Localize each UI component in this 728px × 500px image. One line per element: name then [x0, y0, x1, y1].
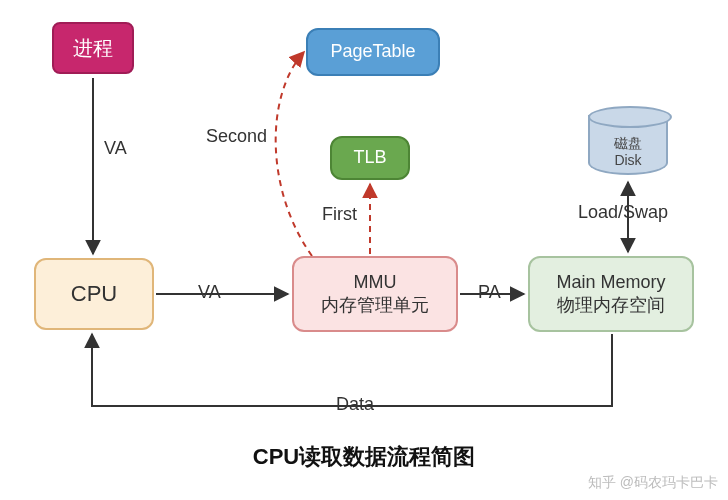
node-process: 进程 — [52, 22, 134, 74]
watermark: 知乎 @码农玛卡巴卡 — [588, 474, 718, 492]
edge-label-loadswap: Load/Swap — [578, 202, 668, 223]
edge-label-pa: PA — [478, 282, 501, 303]
diagram-title: CPU读取数据流程简图 — [0, 442, 728, 472]
node-cpu-label: CPU — [71, 280, 117, 309]
node-mem-label1: Main Memory — [556, 271, 665, 294]
node-tlb-label: TLB — [353, 146, 386, 169]
node-mmu-label2: 内存管理单元 — [321, 294, 429, 317]
node-disk-label2: Disk — [614, 152, 642, 169]
node-tlb: TLB — [330, 136, 410, 180]
node-pagetable-label: PageTable — [330, 40, 415, 63]
edge-label-first: First — [322, 204, 357, 225]
node-process-label: 进程 — [73, 35, 113, 61]
node-mmu-label1: MMU — [354, 271, 397, 294]
edge-label-va-proc: VA — [104, 138, 127, 159]
node-cpu: CPU — [34, 258, 154, 330]
node-main-memory: Main Memory 物理内存空间 — [528, 256, 694, 332]
node-pagetable: PageTable — [306, 28, 440, 76]
node-disk-label1: 磁盘 — [614, 135, 642, 152]
node-mmu: MMU 内存管理单元 — [292, 256, 458, 332]
edge-label-second: Second — [206, 126, 267, 147]
edge-label-va-cpu: VA — [198, 282, 221, 303]
node-disk: 磁盘 Disk — [588, 114, 668, 180]
edge-label-data: Data — [336, 394, 374, 415]
node-mem-label2: 物理内存空间 — [557, 294, 665, 317]
